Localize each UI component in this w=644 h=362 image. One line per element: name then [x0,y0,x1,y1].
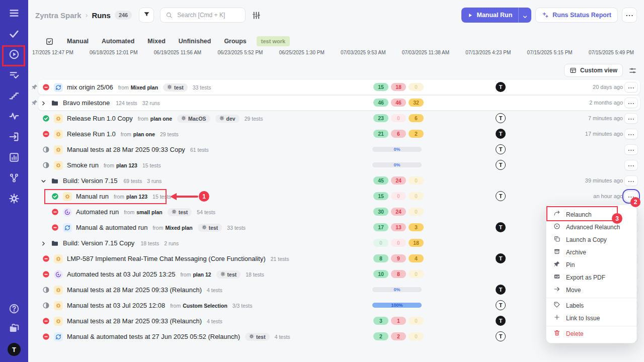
row-main-cluster: Manual & automated tests at 27 Jun 2025 … [42,329,290,344]
select-runs-icon[interactable] [45,37,54,46]
filter-button[interactable] [139,8,154,23]
run-name[interactable]: Automated run [76,208,119,216]
row-menu-button[interactable]: ⋯ [624,160,638,170]
sidebar-item-test-cases[interactable] [8,70,20,82]
group-row[interactable]: Build: Version 7.1569 tests3 runs4524039… [28,173,644,189]
tab-unfinished[interactable]: Unfinished [179,38,211,45]
menu-item-launch-a-copy[interactable]: Launch a Copy [546,233,636,246]
breadcrumb: Zyntra Spark › Runs 246 [35,11,132,20]
tab-manual[interactable]: Manual [67,38,89,45]
sidebar-item-integrations-branch[interactable] [8,173,20,185]
menu-item-labels[interactable]: Labels [546,299,636,312]
run-name[interactable]: Manual tests at 28 Mar 2025 09:33 (Relau… [67,286,202,294]
custom-view-button[interactable]: Custom view [564,64,623,77]
sidebar-item-hamburger-menu[interactable] [8,8,20,20]
pin-indicator-icon [31,83,38,90]
menu-item-archive[interactable]: Archive [546,246,636,258]
run-name[interactable]: mix origin 25/06 [67,83,113,91]
passed-count-badge: 0 [373,239,388,247]
sidebar-item-projects-folder[interactable] [8,323,20,335]
run-name[interactable]: Build: Version 7.15 Copy [63,239,134,247]
sidebar-item-settings-gear[interactable] [8,194,20,206]
run-name[interactable]: Manual tests at 28 Mar 2025 09:33 Copy [67,146,185,153]
manual-run-button[interactable]: Manual Run [461,8,531,23]
timeline-axis: 17/2025 12:47 PM06/18/2025 12:01 PM06/19… [32,50,634,55]
user-avatar[interactable]: T [8,343,21,356]
run-type-automated-icon [54,270,63,279]
status-failed-icon [42,130,50,138]
menu-item-export-as-pdf[interactable]: Export as PDF [546,271,636,284]
filter-tag-test-work[interactable]: test work [257,36,290,46]
tab-automated[interactable]: Automated [102,38,134,45]
run-name[interactable]: Manual & automated tests at 27 Jun 2025 … [67,333,240,340]
row-main-cluster: Smoke runfromplan 12315 tests [42,157,161,173]
adjustments-icon[interactable] [252,11,261,20]
run-row[interactable]: Smoke runfromplan 12315 tests0%T⋯ [28,157,644,173]
row-menu-button[interactable]: ⋯ [624,113,638,124]
sidebar-item-imports[interactable] [8,132,20,144]
run-name[interactable]: Release Run 1.0 Copy [67,115,133,122]
passed-count-badge: 46 [373,99,388,107]
menu-item-link-to-issue[interactable]: Link to Issue [546,312,636,324]
sidebar-item-milestones-steps[interactable] [8,90,20,103]
runs-status-report-button[interactable]: Runs Status Report [535,8,618,23]
run-name[interactable]: Smoke run [67,161,99,169]
run-name[interactable]: LMP-587 Implement Real-Time Chat Messagi… [67,255,266,262]
group-row[interactable]: Bravo milestone124 tests32 runs4646322 m… [28,95,644,111]
run-row[interactable]: Release Run 1.0fromplan one29 tests2162T… [28,126,644,142]
sparkles-icon [542,12,549,19]
breadcrumb-project[interactable]: Zyntra Spark [35,11,82,20]
passed-count-badge: 15 [373,192,388,200]
move-icon [553,286,560,294]
status-failed-icon [51,224,59,231]
timeline-date: 06/23/2025 5:52 PM [217,50,263,55]
header-more-button[interactable]: ⋯ [622,8,637,23]
sidebar-item-help[interactable] [8,304,20,316]
run-name[interactable]: Release Run 1.0 [67,130,116,138]
row-main-cluster: Automated tests at 03 Jul 2025 13:25from… [42,266,264,282]
run-source-label: from [118,84,129,90]
run-name[interactable]: Manual & automated run [76,224,147,231]
run-name[interactable]: Manual tests at 28 Mar 2025 09:33 (Relau… [67,317,202,325]
other-count-badge: 18 [409,239,424,247]
row-menu-button[interactable]: ⋯ [624,144,638,155]
search-icon [166,12,173,19]
run-source-plan: Mixed plan [131,84,158,90]
run-row[interactable]: Release Run 1.0 Copyfromplan oneMacOSdev… [28,111,644,126]
run-tests-count: 4 tests [207,318,222,324]
passed-count-badge: 10 [373,270,388,278]
row-menu-button[interactable]: ⋯ [624,129,638,139]
page-header: Zyntra Spark › Runs 246 Manual Run [28,0,644,30]
menu-item-label: Launch a Copy [566,236,607,243]
search-input[interactable] [176,11,240,19]
run-name[interactable]: Manual tests at 03 Jul 2025 12:08 [67,302,165,309]
test-cases-icon [9,69,20,82]
row-menu-button[interactable]: ⋯ [624,175,638,186]
menu-item-pin[interactable]: Pin [546,258,636,271]
run-row[interactable]: mix origin 25/06fromMixed plantest33 tes… [28,79,644,95]
sidebar-item-tests-check[interactable] [8,29,20,41]
run-name[interactable]: Bravo milestone [63,99,110,107]
row-menu-button[interactable]: ⋯ [624,82,638,93]
failed-count-badge: 0 [391,114,406,122]
run-updated-time: 39 minutes ago [585,177,623,184]
delete-trash-icon [553,329,560,338]
menu-item-delete[interactable]: Delete [546,327,636,340]
failed-count-badge: 8 [391,270,406,278]
row-main-cluster: Manual tests at 03 Jul 2025 12:08fromCus… [42,298,253,313]
labels-icon [553,301,560,310]
menu-item-move[interactable]: Move [546,284,636,296]
row-menu-button[interactable]: ⋯ [624,98,638,108]
sidebar-item-defects-pulse[interactable] [8,111,20,123]
tab-mixed[interactable]: Mixed [147,38,165,45]
group-meta: 124 tests32 runs [116,100,160,106]
other-count-badge: 0 [409,270,424,278]
run-name[interactable]: Automated tests at 03 Jul 2025 13:25 [67,270,175,278]
sidebar-item-reports-chart[interactable] [8,152,20,164]
manual-run-dropdown[interactable] [518,8,531,23]
run-row[interactable]: Manual tests at 28 Mar 2025 09:33 Copy61… [28,142,644,157]
run-name[interactable]: Build: Version 7.15 [63,177,117,185]
menu-item-advanced-relaunch[interactable]: Advanced Relaunch [546,221,636,233]
sliders-icon[interactable] [628,66,637,75]
tab-groups[interactable]: Groups [224,38,246,45]
